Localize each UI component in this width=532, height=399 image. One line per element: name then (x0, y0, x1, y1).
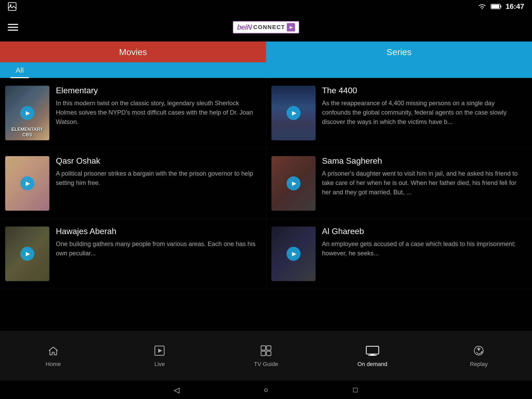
sub-tab-bar: All (0, 62, 532, 78)
show-info-hawajes: Hawajes Aberah One building gathers many… (56, 227, 258, 281)
bottom-nav: Home Live TV Guide (0, 331, 532, 381)
ondemand-icon (366, 345, 379, 359)
show-title-4400: The 4400 (322, 86, 524, 95)
content-area: Elementary In this modern twist on the c… (0, 78, 532, 368)
play-button-alghareeb[interactable] (287, 247, 301, 261)
hamburger-menu[interactable] (8, 24, 18, 31)
show-item-4400[interactable]: The 4400 As the reappearance of 4,400 mi… (266, 78, 532, 148)
android-back[interactable]: ◁ (171, 384, 182, 396)
show-title-qasr: Qasr Oshak (56, 156, 258, 166)
logo-box: beiN CONNECT (233, 21, 299, 34)
show-title-elementary: Elementary (56, 86, 258, 95)
svg-rect-11 (366, 346, 379, 354)
home-icon (48, 345, 59, 359)
show-info-4400: The 4400 As the reappearance of 4,400 mi… (322, 86, 524, 140)
nav-label-live: Live (154, 361, 165, 368)
show-item-qasr[interactable]: Qasr Oshak A political prisoner strikes … (0, 148, 266, 219)
show-item-alghareeb[interactable]: Al Ghareeb An employee gets accused of a… (266, 219, 532, 289)
show-desc-alghareeb: An employee gets accused of a case which… (322, 239, 524, 258)
logo-bein-text: beiN (237, 23, 252, 31)
tab-series[interactable]: Series (266, 42, 532, 62)
play-button-qasr[interactable] (20, 176, 34, 190)
show-info-alghareeb: Al Ghareeb An employee gets accused of a… (322, 227, 524, 281)
top-nav: beiN CONNECT (0, 13, 532, 42)
show-desc-elementary: In this modern twist on the classic stor… (56, 98, 258, 127)
svg-rect-9 (261, 351, 265, 356)
svg-rect-0 (8, 3, 16, 10)
play-button-hawajes[interactable] (20, 247, 34, 261)
subtab-all[interactable]: All (10, 64, 29, 78)
show-title-hawajes: Hawajes Aberah (56, 227, 258, 236)
show-thumb-4400 (271, 86, 316, 140)
battery-icon (491, 3, 502, 10)
time-display: 16:47 (506, 2, 524, 11)
svg-rect-10 (267, 351, 271, 356)
nav-item-replay[interactable]: Replay (425, 345, 532, 368)
gallery-icon (8, 2, 17, 11)
show-row-3: Hawajes Aberah One building gathers many… (0, 219, 532, 289)
show-info-qasr: Qasr Oshak A political prisoner strikes … (56, 156, 258, 211)
nav-item-home[interactable]: Home (0, 345, 107, 368)
show-row-1: Elementary In this modern twist on the c… (0, 78, 532, 148)
show-desc-hawajes: One building gathers many people from va… (56, 239, 258, 258)
svg-rect-7 (261, 346, 265, 350)
show-info-elementary: Elementary In this modern twist on the c… (56, 86, 258, 140)
show-thumb-sama (271, 156, 316, 211)
show-thumb-qasr (5, 156, 49, 211)
show-item-elementary[interactable]: Elementary In this modern twist on the c… (0, 78, 266, 148)
play-button-sama[interactable] (287, 176, 301, 190)
tvguide-icon (260, 345, 272, 359)
nav-item-tvguide[interactable]: TV Guide (213, 345, 319, 368)
show-title-alghareeb: Al Ghareeb (322, 227, 524, 236)
status-bar: 16:47 (0, 0, 532, 13)
show-title-sama: Sama Saghereh (322, 156, 524, 166)
wifi-icon (477, 3, 487, 10)
logo-connect-text: CONNECT (253, 24, 285, 31)
svg-rect-8 (267, 346, 271, 350)
nav-item-ondemand[interactable]: On demand (319, 345, 426, 368)
show-desc-qasr: A political prisoner strikes a bargain w… (56, 169, 258, 188)
nav-label-ondemand: On demand (357, 361, 387, 368)
nav-label-tvguide: TV Guide (254, 361, 278, 368)
svg-marker-15 (477, 348, 481, 351)
show-thumb-elementary (5, 86, 49, 140)
logo: beiN CONNECT (233, 21, 299, 34)
show-info-sama: Sama Saghereh A prisoner's daughter went… (322, 156, 524, 211)
svg-rect-3 (500, 5, 501, 8)
logo-play-icon (287, 23, 295, 31)
android-recents[interactable]: □ (350, 384, 361, 396)
android-nav: ◁ ○ □ (0, 381, 532, 399)
tab-movies[interactable]: Movies (0, 42, 266, 62)
show-item-sama[interactable]: Sama Saghereh A prisoner's daughter went… (266, 148, 532, 219)
status-bar-right: 16:47 (477, 2, 524, 11)
show-item-hawajes[interactable]: Hawajes Aberah One building gathers many… (0, 219, 266, 289)
android-home[interactable]: ○ (260, 384, 272, 396)
show-row-2: Qasr Oshak A political prisoner strikes … (0, 148, 532, 219)
nav-label-replay: Replay (470, 361, 488, 368)
svg-point-1 (10, 4, 11, 6)
svg-marker-16 (481, 351, 483, 353)
nav-item-live[interactable]: Live (107, 345, 213, 368)
live-icon (154, 345, 165, 359)
replay-icon (473, 345, 484, 359)
show-thumb-hawajes (5, 227, 49, 281)
play-button-4400[interactable] (287, 106, 301, 120)
nav-label-home: Home (45, 361, 61, 368)
play-button-elementary[interactable] (20, 106, 34, 120)
show-desc-4400: As the reappearance of 4,400 missing per… (322, 98, 524, 127)
show-desc-sama: A prisoner's daughter went to visit him … (322, 169, 524, 197)
svg-rect-4 (491, 5, 499, 8)
tab-bar: Movies Series (0, 42, 532, 62)
svg-marker-6 (158, 349, 162, 353)
show-thumb-alghareeb (271, 227, 316, 281)
status-bar-left (8, 2, 17, 11)
